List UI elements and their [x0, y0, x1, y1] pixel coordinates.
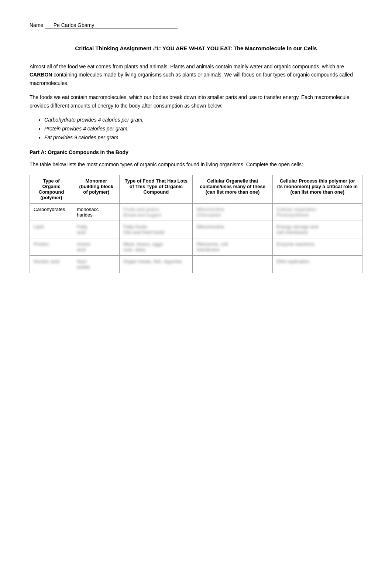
col-header-4: Cellular Organelle that contains/uses ma…	[193, 175, 272, 203]
bullet-item-2: Protein provides 4 calories per gram.	[44, 125, 362, 133]
row4-col2: Nucleotide	[73, 255, 120, 273]
row2-col3: Fatty foodsOils and fried foods	[120, 221, 193, 238]
page-title: Critical Thinking Assignment #1: YOU ARE…	[30, 45, 362, 51]
row1-col5: Cellular respirationPhotosynthesis	[272, 203, 362, 221]
bullet-item-3: Fat provides 9 calories per gram.	[44, 133, 362, 142]
row1-col1: Carbohydrates	[30, 203, 73, 221]
carbon-word: CARBON	[30, 72, 52, 78]
table-row: Nucleic acid Nucleotide Organ meats, fis…	[30, 255, 362, 273]
col-header-3: Type of Food That Has Lots of This Type …	[120, 175, 193, 203]
part-a-title: Part A: Organic Compounds in the Body	[30, 149, 362, 155]
row1-col2: monosaccharides	[73, 203, 120, 221]
bullet-item-1: Carbohydrate provides 4 calories per gra…	[44, 116, 362, 125]
name-line: Name ___Pe Carlos Gbamy_________________…	[30, 22, 362, 30]
row1-col4: MitochondriaChloroplast	[193, 203, 272, 221]
row4-col1: Nucleic acid	[30, 255, 73, 273]
table-row: Lipid Fattyacid Fatty foodsOils and frie…	[30, 221, 362, 238]
paragraph-2: The foods we eat contain macromolecules,…	[30, 93, 362, 110]
paragraph-1: Almost all of the food we eat comes from…	[30, 62, 362, 87]
name-value: ___Pe Carlos Gbamy______________________…	[45, 22, 178, 28]
row2-col2: Fattyacid	[73, 221, 120, 238]
row3-col3: Meat, beans, eggsnuts, dairy	[120, 238, 193, 255]
row3-col2: Aminoacid	[73, 238, 120, 255]
col-header-5: Cellular Process this polymer (or its mo…	[272, 175, 362, 203]
row4-col5: DNA replication	[272, 255, 362, 273]
row2-col4: Mitochondria	[193, 221, 272, 238]
bullet-list: Carbohydrate provides 4 calories per gra…	[44, 116, 362, 142]
col-header-1: Type of Organic Compound (polymer)	[30, 175, 73, 203]
paragraph-1-text-a: Almost all of the food we eat comes from…	[30, 64, 344, 69]
row3-col4: Ribosome, cellmembrane	[193, 238, 272, 255]
row3-col1: Protein	[30, 238, 73, 255]
table-row: Protein Aminoacid Meat, beans, eggsnuts,…	[30, 238, 362, 255]
paragraph-1-text-b: containing molecules made by living orga…	[30, 72, 353, 86]
row4-col4	[193, 255, 272, 273]
col-header-2: Monomer (building block of polymer)	[73, 175, 120, 203]
macromolecule-table: Type of Organic Compound (polymer) Monom…	[30, 175, 362, 273]
row2-col1: Lipid	[30, 221, 73, 238]
table-row: Carbohydrates monosaccharides Fruits and…	[30, 203, 362, 221]
table-intro: The table below lists the most common ty…	[30, 160, 362, 169]
row1-col3: Fruits and grainsBread and sugars	[120, 203, 193, 221]
name-label: Name	[30, 22, 43, 28]
row4-col3: Organ meats, fish, legumes	[120, 255, 193, 273]
row3-col5: Enzyme reactions	[272, 238, 362, 255]
row2-col5: Energy storage andcell membrane	[272, 221, 362, 238]
